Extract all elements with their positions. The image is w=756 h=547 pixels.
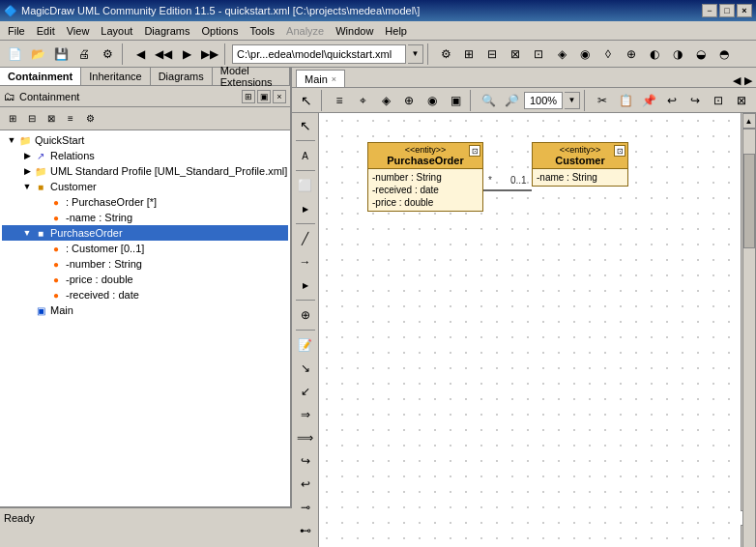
zoom-dropdown[interactable]: ▼ — [565, 92, 580, 109]
minimize-button[interactable]: − — [702, 4, 717, 17]
tb-icon10[interactable]: ⚙ — [435, 43, 456, 65]
tool-arrow[interactable]: → — [295, 251, 316, 273]
menu-item-view[interactable]: View — [61, 23, 96, 39]
menu-item-analyze[interactable]: Analyze — [280, 23, 330, 39]
save-button[interactable]: 💾 — [50, 43, 72, 65]
containment-ctrl1[interactable]: ⊞ — [242, 90, 255, 103]
diagram-tab-main[interactable]: Main × — [296, 70, 345, 87]
tab-inheritance[interactable]: Inheritance — [81, 68, 150, 85]
tree-item-purchaseorder[interactable]: ▼ ■ PurchaseOrder — [2, 225, 288, 241]
nav-next[interactable]: ▶ — [744, 74, 752, 87]
diag-tb2[interactable]: ⌖ — [352, 90, 373, 111]
new-button[interactable]: 📄 — [4, 43, 25, 65]
diagram-canvas[interactable]: * 0..1 ⊡ <<entity>> PurchaseOrder -numbe… — [319, 113, 741, 547]
tab-containment[interactable]: Containment — [0, 68, 81, 85]
diag-tb7[interactable]: ✂ — [592, 90, 613, 111]
tool-icon3[interactable]: ⇒ — [295, 404, 316, 425]
tool-select[interactable]: ↖ — [295, 115, 316, 136]
tb-icon14[interactable]: ⊡ — [528, 43, 549, 65]
menu-item-window[interactable]: Window — [330, 23, 379, 39]
tb-icon18[interactable]: ⊕ — [621, 43, 642, 65]
menu-item-layout[interactable]: Layout — [95, 23, 138, 39]
menu-item-options[interactable]: Options — [195, 23, 244, 39]
tool-line[interactable]: ╱ — [295, 228, 316, 249]
tool-icon1[interactable]: ↘ — [295, 358, 316, 379]
menu-item-tools[interactable]: Tools — [244, 23, 280, 39]
tool-icon6[interactable]: ↩ — [295, 474, 316, 495]
tb-icon11[interactable]: ⊞ — [458, 43, 480, 65]
expander-purchaseorder[interactable]: ▼ — [21, 227, 33, 239]
diag-tb5[interactable]: ◉ — [422, 90, 443, 111]
tb-icon6[interactable]: ◀ — [130, 43, 151, 65]
expander-quickstart[interactable]: ▼ — [6, 134, 17, 146]
tool-zoom-rect[interactable]: ⊕ — [295, 304, 316, 326]
tb-icon13[interactable]: ⊠ — [505, 43, 526, 65]
tb-icon21[interactable]: ◒ — [690, 43, 712, 65]
entity-customer[interactable]: ⊡ <<entity>> Customer -name : String — [532, 142, 628, 187]
tool-icon8[interactable]: ⊷ — [295, 520, 316, 541]
maximize-button[interactable]: □ — [719, 4, 735, 17]
tree-item-main[interactable]: ▣ Main — [2, 302, 288, 318]
tree-item-cust-name[interactable]: ● -name : String — [2, 210, 288, 225]
diag-tb12[interactable]: ⊡ — [708, 90, 729, 111]
expander-relations[interactable]: ▶ — [21, 150, 33, 161]
zoom-out-button[interactable]: 🔍 — [478, 90, 499, 111]
menu-item-edit[interactable]: Edit — [31, 23, 61, 39]
tool-more1[interactable]: ▶ — [295, 198, 316, 219]
diag-tb8[interactable]: 📋 — [615, 90, 636, 111]
expander-uml-profile[interactable]: ▶ — [21, 165, 33, 177]
tb-icon5[interactable]: ⚙ — [97, 43, 118, 65]
menu-item-help[interactable]: Help — [379, 23, 413, 39]
tree-tb2[interactable]: ⊟ — [23, 110, 41, 128]
diag-tb3[interactable]: ◈ — [375, 90, 396, 111]
diag-tb6[interactable]: ▣ — [445, 90, 466, 111]
menu-item-file[interactable]: File — [2, 23, 31, 39]
diag-tb11[interactable]: ↪ — [684, 90, 706, 111]
close-button[interactable]: × — [737, 4, 752, 17]
tree-tb3[interactable]: ⊠ — [43, 110, 60, 128]
vscroll-track[interactable] — [742, 129, 756, 547]
diag-tb-arrow[interactable]: ↖ — [296, 90, 317, 111]
tb-icon9[interactable]: ▶▶ — [199, 43, 220, 65]
tb-icon7[interactable]: ◀◀ — [153, 43, 174, 65]
entity-purchaseorder[interactable]: ⊡ <<entity>> PurchaseOrder -number : Str… — [367, 142, 483, 212]
open-button[interactable]: 📂 — [27, 43, 48, 65]
diag-tb13[interactable]: ⊠ — [731, 90, 752, 111]
tool-icon4[interactable]: ⟹ — [295, 427, 316, 448]
vscroll-up[interactable]: ▲ — [742, 113, 756, 129]
path-dropdown[interactable]: ▼ — [408, 44, 423, 64]
tab-model-extensions[interactable]: Model Extensions — [213, 68, 290, 85]
zoom-in-button[interactable]: 🔎 — [501, 90, 522, 111]
tool-icon9[interactable]: ⊶ — [295, 543, 316, 547]
v-scrollbar[interactable]: ▲ ▼ — [741, 113, 756, 547]
tool-icon5[interactable]: ↪ — [295, 450, 316, 472]
tool-rect[interactable]: ⬜ — [295, 175, 316, 196]
tree-item-number[interactable]: ● -number : String — [2, 256, 288, 272]
menu-item-diagrams[interactable]: Diagrams — [138, 23, 195, 39]
tool-more2[interactable]: ▶ — [295, 274, 316, 296]
tool-icon2[interactable]: ↙ — [295, 381, 316, 402]
tb-icon19[interactable]: ◐ — [644, 43, 665, 65]
tree-item-relations[interactable]: ▶ ↗ Relations — [2, 148, 288, 163]
tb-icon16[interactable]: ◉ — [574, 43, 596, 65]
diag-tb4[interactable]: ⊕ — [398, 90, 420, 111]
tree-item-po-ref[interactable]: ● : PurchaseOrder [*] — [2, 194, 288, 210]
diag-tb-hand[interactable]: ≡ — [329, 90, 350, 111]
diagram-tab-close[interactable]: × — [332, 74, 336, 84]
tab-diagrams[interactable]: Diagrams — [151, 68, 213, 85]
nav-prev[interactable]: ◀ — [733, 74, 741, 87]
tb-icon20[interactable]: ◑ — [667, 43, 688, 65]
tree-item-customer[interactable]: ▼ ■ Customer — [2, 179, 288, 194]
vscroll-thumb[interactable] — [743, 154, 755, 248]
diag-tb9[interactable]: 📌 — [638, 90, 659, 111]
tree-tb4[interactable]: ≡ — [62, 110, 79, 128]
path-box[interactable]: C:\pr...edea\model\quickstart.xml — [232, 44, 406, 64]
tool-text[interactable]: A — [295, 145, 316, 166]
tree-tb5[interactable]: ⚙ — [81, 110, 99, 128]
tb-icon22[interactable]: ◓ — [713, 43, 735, 65]
tree-item-received[interactable]: ● -received : date — [2, 287, 288, 302]
tb-icon15[interactable]: ◈ — [551, 43, 572, 65]
expander-customer[interactable]: ▼ — [21, 181, 33, 192]
tree-tb1[interactable]: ⊞ — [4, 110, 21, 128]
print-button[interactable]: 🖨 — [73, 43, 95, 65]
